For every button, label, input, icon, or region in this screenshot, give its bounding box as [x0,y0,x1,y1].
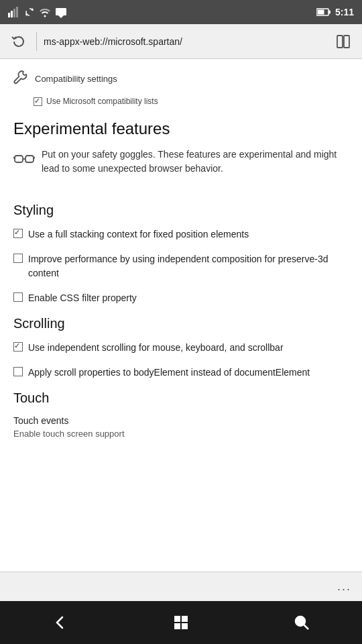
svg-rect-10 [328,11,330,14]
experimental-heading: Experimental features [13,119,349,138]
svg-line-23 [304,625,309,630]
nav-bar [0,601,362,644]
svg-rect-2 [13,9,15,17]
svg-rect-14 [25,156,34,162]
styling-heading: Styling [13,203,349,218]
svg-rect-9 [317,10,324,15]
svg-rect-20 [174,623,180,629]
feature-row-performance: Improve performance by using independent… [13,252,349,280]
address-bar [0,24,362,59]
signal-icon [8,6,20,18]
time-display: 5:11 [335,7,354,17]
status-bar-right: 5:11 [316,7,354,17]
scroll-body-checkbox[interactable] [13,367,23,376]
svg-rect-6 [56,8,66,15]
experimental-desc-row: Put on your safety goggles. These featur… [13,148,349,189]
wifi-icon [39,6,51,18]
back-button[interactable] [44,606,76,639]
experimental-section: Experimental features Put on your safety… [13,119,349,189]
svg-rect-1 [11,11,13,17]
css-filter-label: Enable CSS filter property [28,291,137,305]
scrolling-heading: Scrolling [13,316,349,331]
svg-rect-11 [337,36,343,48]
styling-section: Styling Use a full stacking context for … [13,203,349,305]
microsoft-compat-label: Use Microsoft compatibility lists [46,97,158,106]
microsoft-compat-checkbox[interactable] [34,97,42,106]
feature-row-scroll-body: Apply scroll properties to bodyElement i… [13,366,349,380]
experimental-description: Put on your safety goggles. These featur… [42,148,349,176]
touch-events-label: Touch events [13,415,349,426]
svg-rect-12 [344,36,349,48]
svg-point-22 [296,616,305,626]
status-bar: 5:11 [0,0,362,24]
address-divider [36,32,37,51]
bottom-bar: ... [0,572,362,601]
svg-rect-3 [16,7,18,17]
more-button[interactable]: ... [337,580,351,594]
compatibility-settings-label: Compatibility settings [35,74,117,84]
independent-scroll-label: Use independent scrolling for mouse, key… [28,341,284,355]
reader-button[interactable] [333,31,354,52]
touch-section: Touch Touch events Enable touch screen s… [13,390,349,439]
performance-checkbox[interactable] [13,254,23,263]
independent-scroll-checkbox[interactable] [13,342,23,352]
css-filter-checkbox[interactable] [13,292,23,302]
wrench-icon [13,70,28,88]
feature-row-css-filter: Enable CSS filter property [13,291,349,305]
sync-icon [24,7,35,17]
feature-row-stacking: Use a full stacking context for fixed po… [13,227,349,241]
main-content: Compatibility settings Use Microsoft com… [0,59,362,572]
svg-marker-7 [58,15,64,18]
battery-icon [316,7,331,17]
stacking-label: Use a full stacking context for fixed po… [28,227,249,241]
address-input[interactable] [44,36,326,47]
search-button[interactable] [286,606,318,639]
message-icon [55,6,67,18]
feature-row-independent-scroll: Use independent scrolling for mouse, key… [13,341,349,355]
svg-rect-18 [174,616,180,622]
svg-rect-0 [8,13,10,17]
refresh-button[interactable] [8,31,29,52]
touch-heading: Touch [13,390,349,406]
goggles-icon [13,149,35,170]
microsoft-compat-row: Use Microsoft compatibility lists [13,96,349,106]
svg-rect-21 [182,623,188,629]
scrolling-section: Scrolling Use independent scrolling for … [13,316,349,380]
svg-rect-19 [182,616,188,622]
scroll-body-label: Apply scroll properties to bodyElement i… [28,366,310,380]
status-bar-left [8,6,67,18]
performance-label: Improve performance by using independent… [28,252,349,280]
touch-events-desc: Enable touch screen support [13,429,349,439]
compatibility-row: Compatibility settings [13,70,349,88]
stacking-checkbox[interactable] [13,229,23,238]
svg-rect-13 [15,156,23,162]
windows-home-button[interactable] [165,606,197,639]
